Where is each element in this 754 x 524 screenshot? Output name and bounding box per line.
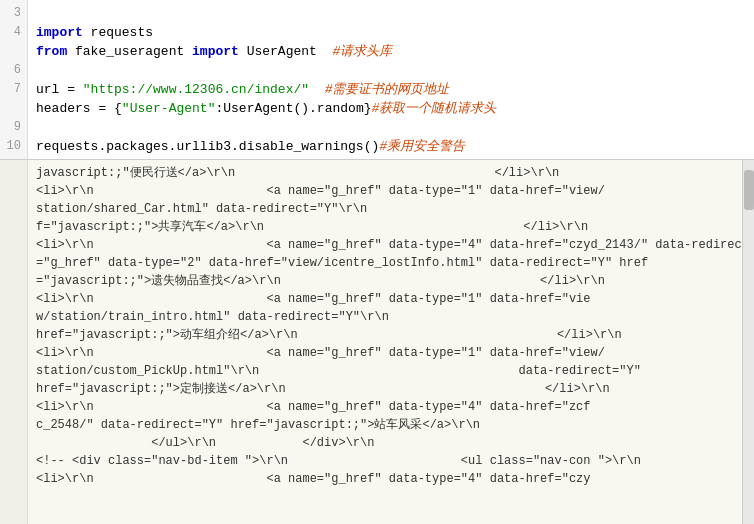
line-numbers-python: 3 4 6 7 9 10 11 12 — [0, 0, 28, 159]
python-code-section: 3 4 6 7 9 10 11 12 import requests from … — [0, 0, 754, 160]
html-line-numbers — [0, 160, 28, 524]
editor-container: 3 4 6 7 9 10 11 12 import requests from … — [0, 0, 754, 524]
code-line-9: requests.packages.urllib3.disable_warnin… — [36, 139, 465, 154]
code-line-7: headers = {"User-Agent":UserAgent().rand… — [36, 101, 496, 116]
code-line-4: from fake_useragent import UserAgent #请求… — [36, 44, 392, 59]
scrollbar[interactable] — [742, 160, 754, 524]
code-line-6: url = "https://www.12306.cn/index/" #需要证… — [36, 82, 449, 97]
code-line-10: response = requests.get(url,verify=False… — [36, 158, 481, 159]
code-line-3: import requests — [36, 25, 153, 40]
html-code-content[interactable]: javascript:;"便民行送</a>\r\n </li>\r\n <li>… — [28, 160, 742, 524]
html-section: javascript:;"便民行送</a>\r\n </li>\r\n <li>… — [0, 160, 754, 524]
python-code-content[interactable]: import requests from fake_useragent impo… — [28, 0, 754, 159]
scrollbar-thumb[interactable] — [744, 170, 754, 210]
